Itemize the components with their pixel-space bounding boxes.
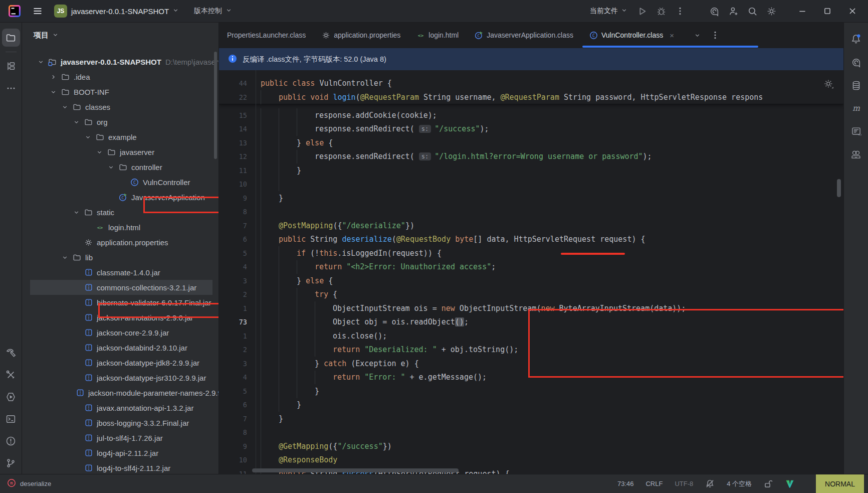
tree-item-log4j-api-2.11.2.jar[interactable]: log4j-api-2.11.2.jar [22, 445, 219, 460]
line-number[interactable]: 9 [219, 442, 247, 450]
tree-chevron-icon[interactable] [107, 163, 115, 171]
tree-chevron-icon[interactable] [61, 253, 69, 261]
line-number[interactable]: 15 [219, 111, 247, 119]
line-number[interactable]: 4 [219, 263, 247, 271]
code-line[interactable]: 3} catch (Exception e) { [219, 357, 843, 371]
code-line[interactable]: 4return "Error: " + e.getMessage(); [219, 371, 843, 385]
line-number[interactable]: 11 [219, 470, 247, 474]
editor-vertical-scrollbar[interactable] [837, 179, 841, 197]
toolwindow-bell-button[interactable] [847, 30, 865, 48]
encoding-widget[interactable]: UTF-8 [675, 480, 693, 487]
toolwindow-ai-chat-button[interactable] [847, 53, 865, 71]
tree-chevron-icon[interactable] [49, 73, 57, 81]
statusbar-breadcrumb[interactable]: m deserialize [0, 478, 51, 489]
tree-chevron-icon[interactable] [38, 58, 44, 66]
tree-item-javax.annotation-api-1.3.2.jar[interactable]: javax.annotation-api-1.3.2.jar [22, 400, 219, 415]
tree-chevron-icon[interactable] [61, 103, 69, 111]
code-line[interactable]: 2return "Deserialized: " + obj.toString(… [219, 343, 843, 357]
code-line[interactable]: 73Object obj = ois.readObject(); [219, 315, 843, 330]
debug-button[interactable] [653, 3, 670, 20]
tree-item-jul-to-slf4j-1.7.26.jar[interactable]: jul-to-slf4j-1.7.26.jar [22, 430, 219, 445]
tab-PropertiesLauncher.class[interactable]: PropertiesLauncher.class [219, 23, 314, 48]
tree-item-VulnController[interactable]: CVulnController [22, 175, 219, 190]
line-number[interactable]: 5 [219, 249, 247, 257]
code-line[interactable]: 15response.addCookie(cookie); [219, 108, 843, 122]
tab-login.html[interactable]: <>login.html [408, 23, 467, 48]
lock-open-icon[interactable] [764, 479, 773, 488]
caret-position-widget[interactable]: 73:46 [617, 480, 634, 487]
code-line[interactable]: 1ois.close(); [219, 329, 843, 343]
project-selector[interactable]: javaserver-0.0.1-SNAPSHOT [67, 5, 183, 18]
toolwindow-maven-button[interactable]: m [847, 99, 865, 117]
line-number[interactable]: 8 [219, 208, 247, 216]
tree-item-jackson-annotations-2.9.0.jar[interactable]: jackson-annotations-2.9.0.jar [22, 310, 219, 325]
window-minimize-button[interactable] [791, 0, 814, 23]
toolwindow-robot-button[interactable] [847, 145, 865, 163]
toolwindow-more-dots-button[interactable] [2, 79, 20, 97]
toolwindow-tools-button[interactable] [2, 366, 20, 384]
window-maximize-button[interactable] [816, 0, 839, 23]
code-line[interactable]: 22public void login(@RequestParam String… [219, 90, 843, 104]
tab-JavaserverApplication.class[interactable]: CJavaserverApplication.class [467, 23, 581, 48]
editor-horizontal-scrollbar[interactable] [252, 468, 459, 472]
line-number[interactable]: 6 [219, 401, 247, 409]
code-line[interactable]: 6public String deserialize(@RequestBody … [219, 233, 843, 247]
line-number[interactable]: 22 [219, 93, 247, 101]
tree-item-log4j-to-slf4j-2.11.2.jar[interactable]: log4j-to-slf4j-2.11.2.jar [22, 460, 219, 474]
indent-widget[interactable]: 4 个空格 [727, 479, 752, 488]
project-panel-header[interactable]: 项目 [22, 23, 219, 40]
tree-item-classmate-1.4.0.jar[interactable]: classmate-1.4.0.jar [22, 265, 219, 280]
line-number[interactable]: 8 [219, 428, 247, 436]
hamburger-menu-icon[interactable] [29, 3, 46, 20]
code-line[interactable]: 9@GetMapping({"/success"}) [219, 439, 843, 453]
tree-chevron-icon[interactable] [49, 88, 57, 96]
toolwindow-project-folder-button[interactable] [2, 29, 20, 47]
tree-item-jackson-module-parameter-names-2.9.9[interactable]: jackson-module-parameter-names-2.9.9 [22, 385, 219, 400]
code-with-me-icon[interactable] [725, 3, 742, 20]
toolwindow-problems-button[interactable] [2, 432, 20, 450]
code-line[interactable]: 14response.sendRedirect( s:"/success"); [219, 122, 843, 136]
line-number[interactable]: 12 [219, 152, 247, 160]
line-number[interactable]: 3 [219, 360, 247, 368]
settings-icon[interactable] [763, 3, 780, 20]
tree-item-controller[interactable]: controller [22, 159, 219, 175]
line-number[interactable]: 4 [219, 373, 247, 381]
window-close-button[interactable] [841, 0, 864, 23]
line-number[interactable]: 6 [219, 235, 247, 243]
line-number[interactable]: 5 [219, 387, 247, 395]
tree-item-static[interactable]: static [22, 205, 219, 220]
toolwindow-structure-button[interactable] [2, 57, 20, 75]
tree-scrollbar[interactable] [214, 52, 217, 159]
code-line[interactable]: 10@ResponseBody [219, 453, 843, 467]
hidden-tabs-chevron-icon[interactable] [694, 32, 701, 39]
code-line[interactable]: 12response.sendRedirect( s:"/login.html?… [219, 150, 843, 164]
tree-item-jackson-datatype-jsr310-2.9.9.jar[interactable]: jackson-datatype-jsr310-2.9.9.jar [22, 370, 219, 385]
tree-item-javaserver-0.0.1-SNAPSHOT[interactable]: javaserver-0.0.1-SNAPSHOTD:\temp\javaser… [22, 54, 219, 69]
code-line[interactable]: 44public class VulnController { [219, 76, 843, 90]
tree-item-org[interactable]: org [22, 114, 219, 129]
tree-item-example[interactable]: example [22, 129, 219, 144]
search-everywhere-icon[interactable] [744, 3, 761, 20]
line-number[interactable]: 14 [219, 125, 247, 133]
run-button[interactable] [633, 3, 650, 20]
code-area[interactable]: 15response.addCookie(cookie);14response.… [219, 104, 843, 474]
code-line[interactable]: 4return "<h2>Error: Unauthorized access"… [219, 260, 843, 274]
vim-icon[interactable] [785, 479, 795, 489]
code-line[interactable]: 7} [219, 412, 843, 426]
tree-chevron-icon[interactable] [72, 118, 80, 126]
tree-item-commons-collections-3.2.1.jar[interactable]: commons-collections-3.2.1.jar [22, 280, 219, 295]
tree-item-BOOT-INF[interactable]: BOOT-INF [22, 84, 219, 99]
tree-item-lib[interactable]: lib [22, 250, 219, 265]
code-line[interactable]: 8 [219, 426, 843, 440]
tree-item-jackson-datatype-jdk8-2.9.9.jar[interactable]: jackson-datatype-jdk8-2.9.9.jar [22, 355, 219, 370]
tree-item-.idea[interactable]: .idea [22, 69, 219, 84]
tree-item-jackson-core-2.9.9.jar[interactable]: jackson-core-2.9.9.jar [22, 325, 219, 340]
tree-item-classes[interactable]: classes [22, 99, 219, 114]
line-number[interactable]: 1 [219, 304, 247, 312]
tab-application.properties[interactable]: application.properties [314, 23, 408, 48]
line-number[interactable]: 2 [219, 346, 247, 354]
tree-item-JavaserverApplication[interactable]: CJavaserverApplication [22, 190, 219, 205]
toolwindow-terminal-button[interactable] [2, 410, 20, 428]
line-number[interactable]: 10 [219, 180, 247, 188]
code-line[interactable]: 3} else { [219, 274, 843, 288]
